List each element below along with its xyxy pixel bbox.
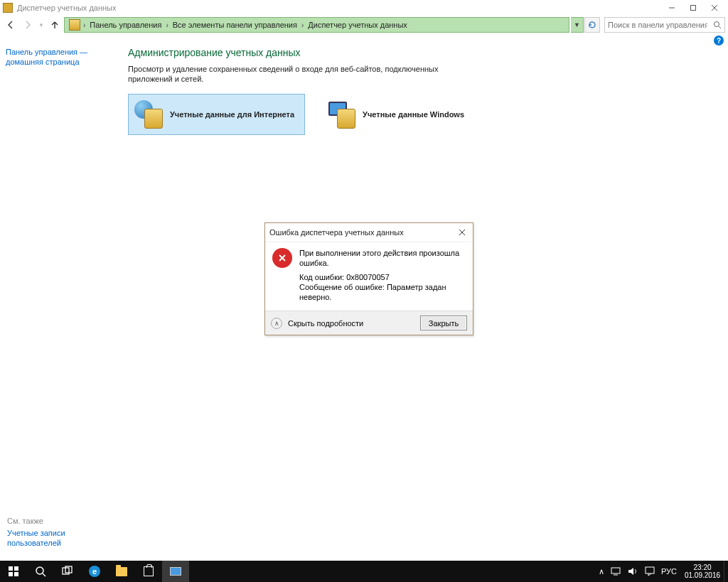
address-bar[interactable]: › Панель управления › Все элементы панел…: [64, 17, 569, 33]
taskbar: e ∧ РУС 23:20 01.09.2016: [0, 561, 728, 582]
taskbar-explorer[interactable]: [108, 561, 135, 582]
svg-rect-20: [646, 567, 654, 573]
tile-label: Учетные данные для Интернета: [170, 110, 294, 119]
close-button[interactable]: [704, 1, 725, 15]
address-dropdown[interactable]: ▼: [571, 17, 584, 33]
show-desktop-button[interactable]: [724, 561, 728, 582]
svg-point-4: [714, 22, 719, 27]
search-box[interactable]: [604, 17, 725, 33]
search-input[interactable]: [605, 21, 710, 29]
tile-web-credentials[interactable]: Учетные данные для Интернета: [128, 94, 305, 135]
recent-dropdown[interactable]: ▼: [37, 17, 46, 33]
svg-rect-12: [9, 572, 13, 576]
globe-safe-icon: [134, 100, 163, 129]
window-title: Диспетчер учетных данных: [17, 4, 117, 12]
page-description: Просмотр и удаление сохраненных сведений…: [128, 64, 441, 84]
system-tray[interactable]: ∧ РУС: [594, 561, 681, 582]
chevron-icon[interactable]: ›: [83, 21, 88, 29]
breadcrumb-item[interactable]: Диспетчер учетных данных: [306, 21, 412, 29]
dialog-close-button[interactable]: [456, 226, 469, 239]
monitor-safe-icon: [327, 100, 355, 129]
up-button[interactable]: [47, 17, 63, 33]
clock[interactable]: 23:20 01.09.2016: [681, 561, 724, 582]
clock-time: 23:20: [693, 564, 711, 571]
svg-rect-18: [611, 568, 620, 573]
dialog-title: Ошибка диспетчера учетных данных: [269, 228, 404, 237]
refresh-button[interactable]: [584, 17, 600, 33]
chevron-icon[interactable]: ›: [166, 21, 171, 29]
chevron-icon[interactable]: ›: [301, 21, 306, 29]
back-button[interactable]: [3, 17, 18, 33]
breadcrumb-item[interactable]: Все элементы панели управления: [171, 21, 301, 29]
action-center-icon[interactable]: [644, 566, 655, 577]
task-view-button[interactable]: [54, 561, 81, 582]
clock-date: 01.09.2016: [685, 571, 720, 579]
page-heading: Администрирование учетных данных: [128, 47, 721, 58]
error-dialog: Ошибка диспетчера учетных данных При вып…: [264, 222, 473, 335]
taskbar-control-panel[interactable]: [162, 561, 189, 582]
start-button[interactable]: [0, 561, 27, 582]
search-icon[interactable]: [710, 21, 724, 29]
svg-line-5: [719, 26, 721, 28]
svg-rect-11: [14, 566, 18, 571]
svg-line-15: [43, 573, 46, 576]
svg-rect-13: [14, 572, 18, 576]
taskbar-store[interactable]: [135, 561, 162, 582]
location-icon: [69, 19, 80, 31]
svg-point-14: [36, 567, 43, 574]
error-detail: Сообщение об ошибке: Параметр задан неве…: [299, 282, 466, 302]
volume-icon[interactable]: [627, 566, 638, 577]
search-button[interactable]: [27, 561, 54, 582]
control-panel-home-link[interactable]: Панель управления — домашняя страница: [6, 47, 115, 67]
toolbar: ▼ › Панель управления › Все элементы пан…: [0, 16, 728, 34]
network-icon[interactable]: [610, 566, 621, 577]
user-accounts-link[interactable]: Учетные записи пользователей: [7, 528, 65, 548]
error-message: При выполнении этого действия произошла …: [299, 248, 466, 268]
maximize-button[interactable]: [682, 1, 704, 15]
see-also-section: См. также Учетные записи пользователей: [7, 517, 65, 548]
collapse-details-button[interactable]: ∧: [271, 318, 282, 329]
forward-button[interactable]: [20, 17, 36, 33]
minimize-button[interactable]: [661, 1, 682, 15]
tile-label: Учетные данные Windows: [363, 110, 464, 119]
tile-windows-credentials[interactable]: Учетные данные Windows: [321, 94, 475, 135]
taskbar-edge[interactable]: e: [81, 561, 108, 582]
app-icon: [3, 3, 13, 13]
help-row: ?: [0, 34, 728, 47]
tray-overflow-icon[interactable]: ∧: [599, 567, 604, 576]
titlebar: Диспетчер учетных данных: [0, 0, 728, 16]
sidebar: Панель управления — домашняя страница См…: [0, 47, 121, 561]
breadcrumb-item[interactable]: Панель управления: [88, 21, 166, 29]
close-button[interactable]: Закрыть: [420, 316, 467, 330]
svg-rect-10: [9, 566, 13, 571]
help-icon[interactable]: ?: [714, 36, 724, 45]
language-indicator[interactable]: РУС: [661, 567, 677, 576]
see-also-label: См. также: [7, 517, 65, 525]
svg-rect-1: [691, 6, 696, 11]
hide-details-label[interactable]: Скрыть подробности: [288, 319, 363, 328]
error-icon: [272, 248, 292, 268]
error-code: Код ошибки: 0x80070057: [299, 272, 466, 282]
